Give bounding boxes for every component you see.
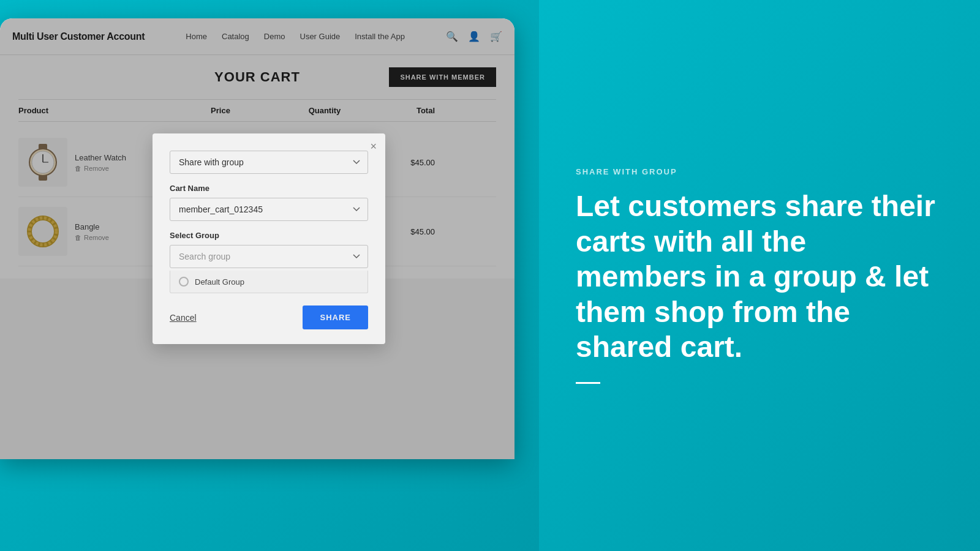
cancel-button[interactable]: Cancel xyxy=(170,313,197,323)
group-dropdown: Default Group xyxy=(170,271,368,293)
left-panel: Multi User Customer Account Home Catalog… xyxy=(0,0,539,551)
modal-buttons: Cancel SHARE xyxy=(170,305,368,329)
select-group-label: Select Group xyxy=(170,231,368,240)
radio-default-group[interactable] xyxy=(179,277,189,287)
cart-name-label: Cart Name xyxy=(170,184,368,193)
group-search-select[interactable]: Search group xyxy=(170,245,368,268)
store-ui: Multi User Customer Account Home Catalog… xyxy=(0,18,514,459)
right-subtitle: SHARE WITH GROUP xyxy=(576,167,943,176)
group-option-default[interactable]: Default Group xyxy=(170,271,368,293)
share-group-modal: × Share with group Cart Name member_cart… xyxy=(153,133,385,344)
modal-close-button[interactable]: × xyxy=(370,141,377,152)
action-select[interactable]: Share with group xyxy=(170,151,368,174)
default-group-label: Default Group xyxy=(195,277,244,287)
cart-name-select[interactable]: member_cart_012345 xyxy=(170,198,368,221)
right-title: Let customers share their carts with all… xyxy=(576,189,943,365)
share-button[interactable]: SHARE xyxy=(303,305,368,329)
right-panel: SHARE WITH GROUP Let customers share the… xyxy=(539,0,980,551)
laptop-mockup: Multi User Customer Account Home Catalog… xyxy=(0,18,514,459)
right-divider xyxy=(576,382,600,384)
